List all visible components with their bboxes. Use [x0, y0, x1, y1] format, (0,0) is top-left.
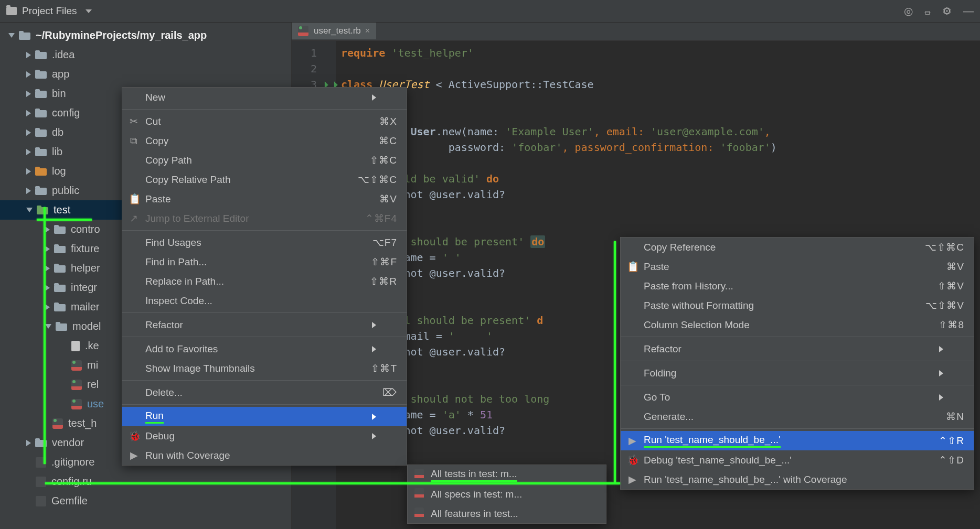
menu-favorites[interactable]: Add to Favorites	[122, 339, 407, 359]
clipboard-icon: 📋	[129, 193, 139, 205]
close-icon[interactable]: ×	[365, 26, 370, 36]
menu-folding[interactable]: Folding	[621, 363, 974, 383]
project-toolbar: Project Files ◎ ⏛ ⚙ —	[0, 0, 980, 23]
folder-icon	[6, 7, 17, 15]
menu-jump-external: ↗Jump to External Editor⌃⌘F4	[122, 209, 407, 228]
menu-paste-noformat[interactable]: Paste without Formatting⌥⇧⌘V	[621, 296, 974, 315]
menu-copy-reference[interactable]: Copy Reference⌥⇧⌘C	[621, 237, 974, 257]
ruby-test-icon	[414, 508, 424, 520]
menu-paste[interactable]: 📋Paste⌘V	[122, 189, 407, 209]
menu-copy-path[interactable]: Copy Path⇧⌘C	[122, 150, 407, 170]
menu-goto[interactable]: Go To	[621, 387, 974, 407]
copy-icon: ⧉	[129, 135, 139, 147]
tree-file-configru[interactable]: config.ru	[0, 472, 291, 491]
editor-tab[interactable]: user_test.rb ×	[292, 23, 376, 40]
play-icon: ▶	[627, 435, 637, 447]
tree-folder-idea[interactable]: .idea	[0, 45, 291, 64]
menu-find-usages[interactable]: Find Usages⌥F7	[122, 233, 407, 252]
tree-folder-app[interactable]: app	[0, 64, 291, 84]
run-submenu: All tests in test: m... All specs in tes…	[407, 465, 606, 524]
menu-copy-rel-path[interactable]: Copy Relative Path⌥⇧⌘C	[122, 170, 407, 189]
menu-find-in-path[interactable]: Find in Path...⇧⌘F	[122, 252, 407, 272]
bug-icon: 🐞	[129, 430, 139, 442]
ruby-file-icon	[298, 26, 308, 36]
tab-filename: user_test.rb	[314, 26, 361, 36]
bug-icon: 🐞	[627, 454, 637, 466]
menu-run-test[interactable]: ▶Run 'test_name_should_be_...'⌃⇧R	[621, 431, 974, 450]
menu-new[interactable]: New	[122, 88, 407, 107]
submenu-all-tests[interactable]: All tests in test: m...	[408, 465, 606, 484]
external-icon: ↗	[129, 212, 139, 224]
clipboard-icon: 📋	[627, 261, 637, 273]
menu-replace-in-path[interactable]: Replace in Path...⇧⌘R	[122, 272, 407, 291]
menu-thumbnails[interactable]: Show Image Thumbnails⇧⌘T	[122, 359, 407, 378]
tree-context-menu: New ✂Cut⌘X ⧉Copy⌘C Copy Path⇧⌘C Copy Rel…	[122, 87, 407, 466]
menu-run-coverage[interactable]: ▶Run with Coverage	[122, 446, 407, 465]
menu-column-selection[interactable]: Column Selection Mode⇧⌘8	[621, 315, 974, 334]
coverage-icon: ▶	[129, 449, 139, 461]
ruby-test-icon	[414, 488, 424, 500]
submenu-all-features[interactable]: All features in test...	[408, 504, 606, 523]
menu-delete[interactable]: Delete...⌦	[122, 383, 407, 402]
ruby-test-icon	[414, 469, 424, 481]
dropdown-arrow-icon[interactable]	[86, 9, 92, 13]
editor-context-menu: Copy Reference⌥⇧⌘C 📋Paste⌘V Paste from H…	[620, 237, 974, 490]
menu-paste-history[interactable]: Paste from History...⇧⌘V	[621, 276, 974, 296]
tree-file-gemfile[interactable]: Gemfile	[0, 491, 291, 511]
gear-icon[interactable]: ⚙	[942, 5, 952, 17]
menu-debug[interactable]: 🐞Debug	[122, 426, 407, 446]
minimize-icon[interactable]: —	[963, 5, 974, 17]
collapse-icon[interactable]: ⏛	[924, 5, 931, 17]
toolbar-title[interactable]: Project Files	[22, 5, 77, 17]
scissors-icon: ✂	[129, 115, 139, 127]
tree-root[interactable]: ~/RubymineProjects/my_rails_app	[0, 26, 291, 45]
target-icon[interactable]: ◎	[904, 5, 913, 17]
menu-generate[interactable]: Generate...⌘N	[621, 407, 974, 426]
menu-inspect-code[interactable]: Inspect Code...	[122, 291, 407, 310]
menu-run-test-coverage[interactable]: ▶Run 'test_name_should_be_...' with Cove…	[621, 470, 974, 489]
editor-tabs: user_test.rb ×	[292, 23, 980, 41]
menu-refactor[interactable]: Refactor	[621, 339, 974, 359]
menu-refactor[interactable]: Refactor	[122, 315, 407, 334]
coverage-icon: ▶	[627, 473, 637, 485]
menu-run[interactable]: Run	[122, 407, 407, 426]
menu-copy[interactable]: ⧉Copy⌘C	[122, 131, 407, 150]
menu-debug-test[interactable]: 🐞Debug 'test_name_should_be_...'⌃⇧D	[621, 450, 974, 470]
submenu-all-specs[interactable]: All specs in test: m...	[408, 484, 606, 504]
menu-cut[interactable]: ✂Cut⌘X	[122, 112, 407, 131]
menu-paste[interactable]: 📋Paste⌘V	[621, 257, 974, 276]
